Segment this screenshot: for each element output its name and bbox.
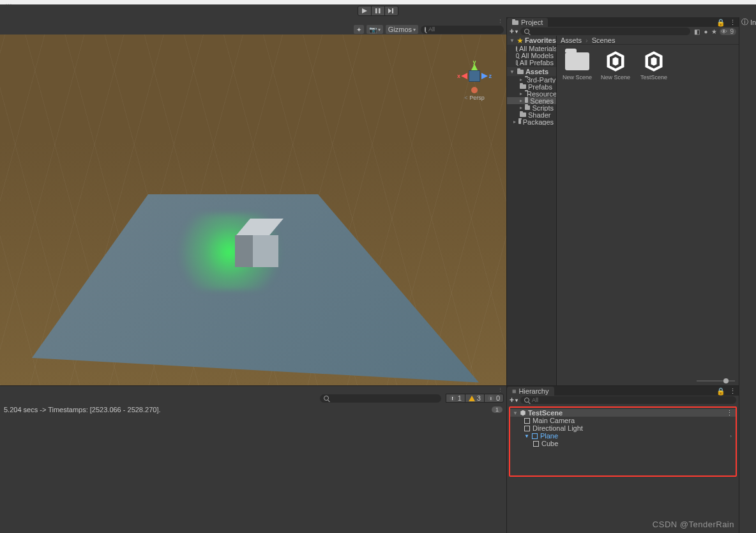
highlight-box: ▼ TestScene ⋮ Main Camera Directional Li… xyxy=(509,406,737,477)
folder-icon xyxy=(518,120,521,124)
console-toolbar: !1 3 i0 xyxy=(0,393,506,403)
camera-dropdown[interactable]: 📷 xyxy=(367,25,383,34)
hierarchy-tab[interactable]: ≡ Hierarchy xyxy=(507,387,554,396)
hierarchy-item-selected[interactable]: ▼Plane › xyxy=(510,432,736,440)
watermark: CSDN @TenderRain xyxy=(653,520,734,529)
tool-button[interactable]: ✦ xyxy=(354,25,364,34)
star-icon: ★ xyxy=(517,37,523,44)
scene-options-bar: ⋮ xyxy=(0,17,506,24)
console-panel: ⋮ !1 3 i0 5.204 secs -> Timestamps: [252… xyxy=(0,385,506,533)
error-filter[interactable]: !1 xyxy=(446,394,465,403)
packages-header[interactable]: ▸Packages xyxy=(507,118,556,125)
assets-header[interactable]: ▼Assets xyxy=(507,67,556,76)
folder-icon xyxy=(565,52,589,70)
project-panel: Project 🔒⋮ + ◧ ● ★ 👁9 ▼★Favo xyxy=(507,17,739,385)
search-icon xyxy=(324,396,329,401)
gameobject-icon xyxy=(524,426,530,431)
asset-scene[interactable]: TestScene xyxy=(639,50,669,81)
filter-label-icon[interactable]: ● xyxy=(702,28,709,35)
favorites-item[interactable]: All Models xyxy=(507,52,556,59)
cube-object[interactable] xyxy=(235,219,278,267)
tree-folder[interactable]: ▸Scripts xyxy=(507,104,556,111)
svg-marker-0 xyxy=(362,8,367,13)
scene-canvas[interactable]: y x z Persp xyxy=(0,35,506,385)
orientation-gizmo[interactable]: y x z Persp xyxy=(455,70,494,115)
gameobject-icon xyxy=(532,433,538,439)
hierarchy-search-input[interactable] xyxy=(532,397,732,403)
inspector-panel: ⓘ Ins xyxy=(739,17,756,533)
scene-search-input[interactable] xyxy=(428,26,500,33)
tree-folder[interactable]: ▸3rd-Party xyxy=(507,76,556,83)
hierarchy-panel: ≡ Hierarchy 🔒⋮ + ▼ TestScene xyxy=(507,385,739,533)
scene-search[interactable] xyxy=(421,26,504,34)
kebab-icon[interactable]: ⋮ xyxy=(498,19,503,24)
project-tree[interactable]: ▼★Favorites All Materials All Models All… xyxy=(507,36,557,385)
chevron-right-icon: › xyxy=(730,433,732,439)
project-search-input[interactable] xyxy=(532,28,686,35)
favorite-icon[interactable]: ★ xyxy=(710,28,718,35)
hidden-toggle[interactable]: 👁9 xyxy=(720,28,736,35)
inspector-tab[interactable]: ⓘ Ins xyxy=(739,17,756,27)
gizmos-dropdown[interactable]: Gizmos xyxy=(386,25,418,34)
unity-scene-icon xyxy=(520,410,526,416)
console-search[interactable] xyxy=(320,394,441,403)
breadcrumb-item[interactable]: Scenes xyxy=(592,36,616,44)
project-toolbar: + ◧ ● ★ 👁9 xyxy=(507,27,739,36)
favorites-item[interactable]: All Prefabs xyxy=(507,59,556,66)
scene-row[interactable]: ▼ TestScene ⋮ xyxy=(510,409,736,417)
pause-button[interactable] xyxy=(371,6,385,16)
info-filter[interactable]: i0 xyxy=(484,394,504,403)
lock-icon[interactable]: 🔒 xyxy=(716,387,725,396)
message-count: 1 xyxy=(492,406,503,413)
filter-type-icon[interactable]: ◧ xyxy=(693,28,701,35)
search-icon xyxy=(516,46,517,51)
hierarchy-item[interactable]: Directional Light xyxy=(510,424,736,432)
favorites-item[interactable]: All Materials xyxy=(507,45,556,52)
info-icon: ⓘ xyxy=(741,17,748,27)
favorites-header[interactable]: ▼★Favorites xyxy=(507,36,556,45)
scene-view: ⋮ ✦ 📷 Gizmos xyxy=(0,17,506,385)
console-search-input[interactable] xyxy=(331,395,437,401)
step-button[interactable] xyxy=(384,6,398,16)
add-button[interactable]: + xyxy=(510,396,518,405)
play-button[interactable] xyxy=(358,6,372,16)
asset-grid[interactable]: New Scene New Scene TestScene xyxy=(557,45,739,376)
project-tab[interactable]: Project xyxy=(507,18,548,27)
svg-rect-4 xyxy=(392,8,393,13)
hierarchy-search[interactable] xyxy=(520,396,736,404)
warning-filter[interactable]: 3 xyxy=(465,394,485,403)
hierarchy-toolbar: + xyxy=(507,396,739,405)
search-icon xyxy=(524,29,529,34)
kebab-icon[interactable]: ⋮ xyxy=(729,387,736,396)
perspective-label[interactable]: Persp xyxy=(464,95,484,101)
hierarchy-item[interactable]: Main Camera xyxy=(510,417,736,424)
menu-item[interactable]: … xyxy=(5,0,12,4)
search-icon xyxy=(516,60,518,65)
scene-menu-icon[interactable]: ⋮ xyxy=(726,409,733,417)
playback-toolbar xyxy=(0,4,756,17)
console-message[interactable]: 5.204 secs -> Timestamps: [2523.066 - 25… xyxy=(4,406,161,413)
asset-scene[interactable]: New Scene xyxy=(600,50,631,81)
console-body[interactable]: 5.204 secs -> Timestamps: [2523.066 - 25… xyxy=(0,403,506,533)
search-icon xyxy=(524,398,529,403)
kebab-icon[interactable]: ⋮ xyxy=(498,387,503,392)
tree-folder[interactable]: ▸Resources xyxy=(507,90,556,97)
menubar: … xyxy=(0,0,756,4)
project-search[interactable] xyxy=(520,27,690,35)
tree-folder[interactable]: Prefabs xyxy=(507,83,556,90)
folder-icon xyxy=(520,112,526,117)
add-button[interactable]: + xyxy=(510,27,518,36)
kebab-icon[interactable]: ⋮ xyxy=(729,19,736,27)
asset-folder[interactable]: New Scene xyxy=(562,50,593,81)
tree-folder-selected[interactable]: ▸Scenes xyxy=(507,97,556,104)
svg-marker-3 xyxy=(388,8,391,13)
breadcrumb-item[interactable]: Assets xyxy=(561,36,582,44)
search-icon xyxy=(516,53,519,58)
hierarchy-item[interactable]: Cube xyxy=(510,440,736,447)
search-icon xyxy=(425,27,426,32)
gameobject-icon xyxy=(524,418,530,424)
lock-icon[interactable]: 🔒 xyxy=(716,19,725,27)
thumbnail-size-slider[interactable] xyxy=(557,376,739,385)
tree-folder[interactable]: Shader xyxy=(507,111,556,118)
folder-icon xyxy=(525,98,528,103)
